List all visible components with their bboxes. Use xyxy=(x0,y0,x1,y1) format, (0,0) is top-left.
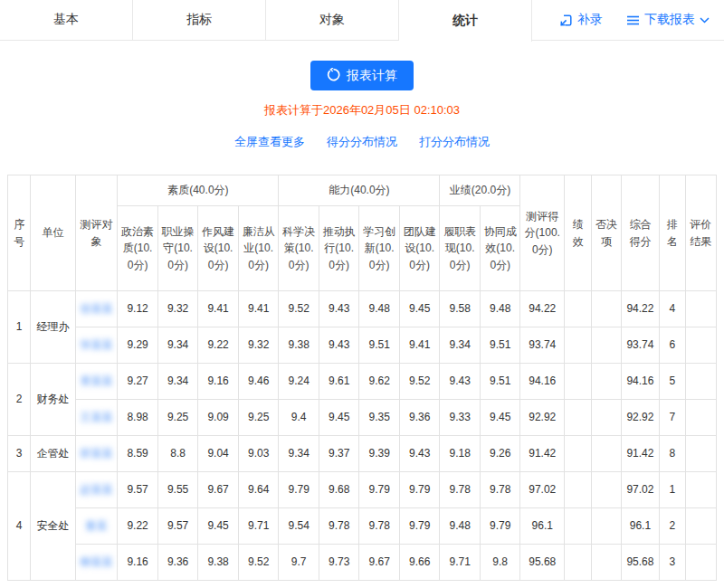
score-cell-1: 9.22 xyxy=(118,508,158,545)
col-sub-2-1: 科学决策(10.0分) xyxy=(279,206,319,291)
table-head: 序号单位测评对象素质(40.0分)能力(40.0分)业绩(20.0分)测评得分(… xyxy=(8,175,717,291)
performance-cell xyxy=(565,400,592,436)
evaluatee-name-link[interactable]: 姜某 xyxy=(86,519,108,532)
unit-cell: 企管处 xyxy=(31,436,76,472)
veto-cell xyxy=(592,327,621,364)
seq-cell: 4 xyxy=(8,472,31,581)
result-cell xyxy=(685,327,717,364)
score-cell-7: 9.62 xyxy=(359,364,400,400)
score-cell-5: 9.34 xyxy=(279,436,319,472)
seq-cell: 1 xyxy=(8,291,31,364)
evaluatee-name-link[interactable]: 徐某某 xyxy=(81,302,113,315)
col-tail-1: 测评得分(100.0分) xyxy=(520,175,565,291)
veto-cell xyxy=(592,436,621,472)
rank-cell: 7 xyxy=(660,400,685,436)
toolbar: 补录 下载报表 xyxy=(532,0,724,40)
score-cell-5: 9.54 xyxy=(279,508,319,545)
evaluatee-name-link[interactable]: 王某某 xyxy=(81,411,113,423)
tab-4[interactable]: 统计 xyxy=(399,0,532,42)
tab-1[interactable]: 基本 xyxy=(0,0,133,40)
score-cell-4: 9.32 xyxy=(238,327,279,364)
score-cell-6: 9.43 xyxy=(319,327,359,364)
composite-score-cell: 96.1 xyxy=(621,508,659,545)
score-cell-4: 9.25 xyxy=(238,400,279,436)
score-cell-9: 9.43 xyxy=(440,364,481,400)
veto-cell xyxy=(592,472,621,508)
tab-2[interactable]: 指标 xyxy=(133,0,266,40)
report-calculate-label: 报表计算 xyxy=(347,68,397,84)
table-row: 3企管处邵某某8.598.89.049.039.349.379.399.439.… xyxy=(8,436,717,472)
col-sub-2-4: 团队建设(10.0分) xyxy=(399,206,440,291)
score-cell-1: 9.57 xyxy=(118,472,158,508)
performance-cell xyxy=(565,327,592,364)
score-cell-5: 9.4 xyxy=(279,400,319,436)
score-cell-6: 9.61 xyxy=(319,364,359,400)
score-cell-5: 9.79 xyxy=(279,472,319,508)
performance-cell xyxy=(565,364,592,400)
score-cell-4: 9.41 xyxy=(238,291,279,327)
col-tail-3: 否决项 xyxy=(592,175,621,291)
score-cell-10: 9.51 xyxy=(480,327,520,364)
download-report-button[interactable]: 下载报表 xyxy=(626,12,710,28)
score-cell-3: 9.38 xyxy=(198,545,239,581)
score-cell-3: 9.41 xyxy=(198,291,239,327)
evaluatee-name-link[interactable]: 赵某某 xyxy=(81,483,113,496)
composite-score-cell: 91.42 xyxy=(621,436,659,472)
score-cell-3: 9.67 xyxy=(198,472,239,508)
score-cell-4: 9.71 xyxy=(238,508,279,545)
supplement-label: 补录 xyxy=(577,12,603,28)
quick-link-3[interactable]: 打分分布情况 xyxy=(419,134,490,150)
evaluatee-cell: 姜某 xyxy=(75,508,118,545)
result-cell xyxy=(685,291,717,327)
score-cell-3: 9.22 xyxy=(198,327,239,364)
quick-link-1[interactable]: 全屏查看更多 xyxy=(234,134,305,150)
score-cell-10: 9.45 xyxy=(480,400,520,436)
quick-link-2[interactable]: 得分分布情况 xyxy=(327,134,397,150)
score-cell-8: 9.79 xyxy=(399,508,440,545)
col-sub-2-3: 学习创新(10.0分) xyxy=(359,206,400,291)
score-cell-1: 9.29 xyxy=(118,327,158,364)
score-cell-6: 9.37 xyxy=(319,436,359,472)
rank-cell: 8 xyxy=(660,436,685,472)
unit-cell: 经理办 xyxy=(31,291,76,364)
result-cell xyxy=(685,545,717,581)
score-cell-5: 9.7 xyxy=(279,545,319,581)
calc-timestamp: 报表计算于2026年02月05日 02:10:03 xyxy=(0,102,724,119)
performance-cell xyxy=(565,472,592,508)
score-cell-6: 9.68 xyxy=(319,472,359,508)
table-row: 张某某9.299.349.229.329.389.439.519.419.349… xyxy=(8,327,717,364)
total-score-cell: 91.42 xyxy=(520,436,565,472)
score-cell-3: 9.04 xyxy=(198,436,239,472)
score-cell-4: 9.64 xyxy=(238,472,279,508)
score-cell-10: 9.8 xyxy=(480,545,520,581)
composite-score-cell: 94.22 xyxy=(621,291,659,327)
score-cell-7: 9.39 xyxy=(359,436,400,472)
score-cell-2: 8.8 xyxy=(157,436,198,472)
total-score-cell: 97.02 xyxy=(520,472,565,508)
evaluatee-cell: 柳某某 xyxy=(75,545,118,581)
col-sub-1-3: 作风建设(10.0分) xyxy=(198,206,239,291)
performance-cell xyxy=(565,436,592,472)
rank-cell: 5 xyxy=(660,364,685,400)
col-sub-1-2: 职业操守(10.0分) xyxy=(157,206,198,291)
composite-score-cell: 93.74 xyxy=(621,327,659,364)
table-row: 王某某8.989.259.099.259.49.459.359.369.339.… xyxy=(8,400,717,436)
supplement-button[interactable]: 补录 xyxy=(559,12,603,28)
report-calculate-button[interactable]: 报表计算 xyxy=(310,61,414,90)
performance-cell xyxy=(565,291,592,327)
score-cell-9: 9.58 xyxy=(440,291,481,327)
evaluatee-name-link[interactable]: 张某某 xyxy=(81,338,113,351)
composite-score-cell: 92.92 xyxy=(621,400,659,436)
score-cell-7: 9.78 xyxy=(359,508,400,545)
unit-cell: 安全处 xyxy=(31,472,76,581)
evaluatee-name-link[interactable]: 柳某某 xyxy=(81,555,113,568)
rank-cell: 2 xyxy=(660,508,685,545)
veto-cell xyxy=(592,545,621,581)
score-cell-3: 9.09 xyxy=(198,400,239,436)
score-cell-8: 9.66 xyxy=(399,545,440,581)
evaluatee-name-link[interactable]: 邵某某 xyxy=(81,447,113,460)
tab-3[interactable]: 对象 xyxy=(266,0,399,40)
result-cell xyxy=(685,400,717,436)
col-tail-6: 评价结果 xyxy=(685,175,717,291)
evaluatee-name-link[interactable]: 黄某某 xyxy=(81,375,113,387)
